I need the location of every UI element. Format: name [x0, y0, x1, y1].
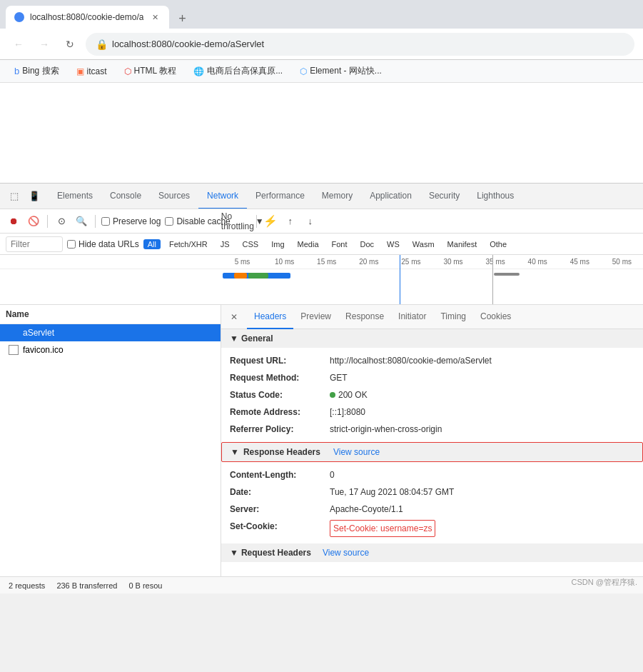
date-row: Date: Tue, 17 Aug 2021 08:04:57 GMT: [230, 483, 634, 501]
filter-type-other[interactable]: Othe: [485, 239, 511, 249]
wifi-icon[interactable]: ⚡: [263, 214, 278, 229]
request-url-row: Request URL: http://localhost:8080/cooki…: [230, 352, 634, 369]
filter-type-css[interactable]: CSS: [238, 239, 263, 249]
filter-input[interactable]: [6, 236, 63, 252]
detail-panel-close[interactable]: ✕: [227, 310, 241, 324]
filter-type-doc[interactable]: Doc: [356, 239, 379, 249]
detail-tab-preview[interactable]: Preview: [293, 305, 338, 329]
back-button[interactable]: ←: [9, 34, 29, 54]
filter-type-ws[interactable]: WS: [383, 239, 404, 249]
tab-elements[interactable]: Elements: [49, 184, 101, 209]
filter-type-img[interactable]: Img: [267, 239, 288, 249]
referrer-policy-row: Referrer Policy: strict-origin-when-cros…: [230, 421, 634, 438]
detail-tab-cookies[interactable]: Cookies: [473, 305, 518, 329]
devtools-status-bar: 2 requests 236 B transferred 0 B resou: [0, 576, 643, 593]
tab-close-button[interactable]: ✕: [149, 11, 161, 23]
new-tab-button[interactable]: +: [172, 9, 192, 29]
devtools-panel: ⬚ 📱 Elements Console Sources Network Per…: [0, 183, 643, 593]
filter-type-manifest[interactable]: Manifest: [443, 239, 482, 249]
filter-icon[interactable]: ⊙: [54, 214, 69, 229]
preserve-log-checkbox[interactable]: Preserve log: [101, 216, 161, 226]
timeline-ruler: 5 ms 10 ms 15 ms 20 ms 25 ms 30 ms 35 ms…: [0, 255, 643, 269]
request-bar-green: [248, 273, 268, 279]
page-content: [0, 83, 643, 183]
request-headers-arrow-icon: ▼: [230, 548, 238, 558]
tab-sources[interactable]: Sources: [150, 184, 198, 209]
active-tab[interactable]: localhost:8080/cookie-demo/a ✕: [6, 6, 169, 29]
tab-security[interactable]: Security: [420, 184, 468, 209]
response-headers-content: Content-Length: 0 Date: Tue, 17 Aug 2021…: [221, 462, 643, 543]
server-row: Server: Apache-Coyote/1.1: [230, 501, 634, 518]
detail-tab-timing[interactable]: Timing: [433, 305, 473, 329]
request-headers-section-header[interactable]: ▼ Request Headers View source: [221, 543, 643, 562]
detail-tab-headers[interactable]: Headers: [247, 305, 293, 329]
response-headers-section-header[interactable]: ▼ Response Headers View source: [221, 442, 643, 462]
detail-tab-response[interactable]: Response: [338, 305, 391, 329]
filter-type-wasm[interactable]: Wasm: [408, 239, 439, 249]
hide-data-urls-input[interactable]: [67, 240, 76, 249]
throttling-select[interactable]: No throttling ▼: [235, 214, 250, 229]
tab-console[interactable]: Console: [101, 184, 150, 209]
remote-address-label: Remote Address:: [230, 406, 330, 418]
bookmark-element[interactable]: ⬡ Element - 网站快...: [294, 64, 388, 79]
set-cookie-value: Set-Cookie: username=zs: [330, 520, 435, 537]
bookmarks-bar: b Bing 搜索 ▣ itcast ⬡ HTML 教程 🌐 电商后台高保真原.…: [0, 60, 643, 83]
view-source-link[interactable]: View source: [333, 447, 380, 457]
general-section-content: Request URL: http://localhost:8080/cooki…: [221, 348, 643, 442]
request-method-label: Request Method:: [230, 371, 330, 384]
download-icon[interactable]: ↓: [303, 214, 318, 229]
html-icon: ⬡: [124, 66, 131, 76]
file-icon-aservlet: [9, 328, 19, 338]
status-transferred: 236 B transferred: [56, 581, 117, 590]
upload-icon[interactable]: ↑: [283, 214, 298, 229]
address-bar: ← → ↻ 🔒 localhost:8080/cookie-demo/aServ…: [0, 29, 643, 60]
tab-lighthouse[interactable]: Lighthous: [468, 184, 522, 209]
filter-type-media[interactable]: Media: [293, 239, 323, 249]
file-item-favicon[interactable]: favicon.ico: [0, 341, 221, 358]
hide-data-urls-checkbox[interactable]: Hide data URLs: [67, 239, 139, 249]
refresh-button[interactable]: ↻: [60, 34, 80, 54]
filter-type-fetch[interactable]: Fetch/XHR: [165, 239, 212, 249]
tab-memory[interactable]: Memory: [313, 184, 361, 209]
detail-tab-initiator[interactable]: Initiator: [391, 305, 433, 329]
file-name-aservlet: aServlet: [23, 328, 54, 338]
devtools-tab-bar: ⬚ 📱 Elements Console Sources Network Per…: [0, 184, 643, 209]
detail-panel: ✕ Headers Preview Response Initiator Tim…: [221, 305, 643, 576]
timeline-mark-35ms: 35 ms: [475, 258, 517, 266]
record-button[interactable]: ⏺: [6, 214, 21, 229]
element-icon: ⬡: [300, 66, 307, 76]
stop-button[interactable]: 🚫: [26, 214, 41, 229]
bookmark-itcast[interactable]: ▣ itcast: [71, 65, 113, 78]
disable-cache-input[interactable]: [165, 217, 173, 226]
request-url-value: http://localhost:8080/cookie-demo/aServl…: [330, 354, 492, 367]
request-headers-section: ▼ Request Headers View source: [221, 543, 643, 562]
general-section-header[interactable]: ▼ General: [221, 329, 643, 348]
timeline-mark-15ms: 15 ms: [305, 258, 348, 266]
bookmark-ecommerce[interactable]: 🌐 电商后台高保真原...: [188, 64, 288, 79]
filter-type-all[interactable]: All: [143, 239, 161, 249]
cursor-icon[interactable]: ⬚: [6, 188, 23, 205]
tab-favicon: [14, 12, 24, 22]
server-label: Server:: [230, 503, 330, 516]
request-view-source-link[interactable]: View source: [323, 548, 369, 558]
date-label: Date:: [230, 486, 330, 498]
address-input[interactable]: 🔒 localhost:8080/cookie-demo/aServlet: [86, 33, 634, 56]
preserve-log-input[interactable]: [101, 217, 110, 226]
remote-address-value: [::1]:8080: [330, 406, 365, 418]
filter-type-font[interactable]: Font: [328, 239, 352, 249]
file-item-aservlet[interactable]: aServlet: [0, 324, 221, 341]
tab-title: localhost:8080/cookie-demo/a: [30, 12, 143, 22]
tab-performance[interactable]: Performance: [247, 184, 313, 209]
device-icon[interactable]: 📱: [26, 188, 43, 205]
referrer-policy-value: strict-origin-when-cross-origin: [330, 423, 442, 436]
tab-network[interactable]: Network: [198, 184, 247, 209]
forward-button[interactable]: →: [34, 34, 54, 54]
search-icon[interactable]: 🔍: [74, 214, 89, 229]
status-requests: 2 requests: [9, 581, 45, 590]
filter-type-js[interactable]: JS: [216, 239, 234, 249]
bookmark-bing[interactable]: b Bing 搜索: [9, 64, 65, 79]
tab-application[interactable]: Application: [361, 184, 420, 209]
timeline-mark-45ms: 45 ms: [559, 258, 601, 266]
file-list: Name aServlet favicon.ico: [0, 305, 221, 576]
bookmark-html[interactable]: ⬡ HTML 教程: [118, 64, 183, 79]
